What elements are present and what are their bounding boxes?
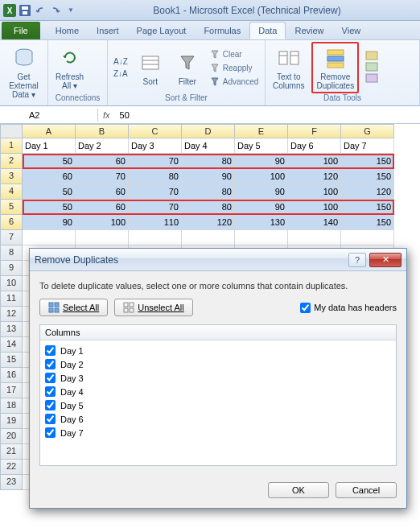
fx-label[interactable]: fx	[98, 110, 115, 120]
unselect-all-button[interactable]: Unselect All	[114, 299, 192, 316]
ok-button[interactable]: OK	[268, 482, 329, 498]
cell[interactable]: 70	[129, 154, 182, 169]
cell[interactable]	[129, 230, 182, 245]
cell[interactable]: 100	[288, 154, 341, 169]
row-header-21[interactable]: 21	[0, 444, 23, 460]
cell[interactable]: 70	[76, 169, 129, 184]
cell[interactable]: 80	[182, 200, 235, 215]
row-header-16[interactable]: 16	[0, 368, 23, 383]
redo-icon[interactable]	[49, 4, 62, 17]
headers-checkbox[interactable]	[300, 303, 311, 313]
column-item[interactable]: Day 7	[45, 426, 391, 439]
cell[interactable]: 150	[341, 169, 394, 184]
qat-dropdown-icon[interactable]: ▼	[64, 4, 77, 17]
cell[interactable]: 110	[129, 215, 182, 230]
cell[interactable]: 140	[288, 215, 341, 230]
remove-duplicates-button[interactable]: Remove Duplicates	[311, 42, 359, 93]
column-checkbox[interactable]	[45, 414, 56, 424]
row-header-18[interactable]: 18	[0, 398, 23, 414]
column-checkbox[interactable]	[45, 345, 56, 356]
cell-header[interactable]: Day 1	[23, 138, 76, 154]
undo-icon[interactable]	[34, 4, 47, 17]
row-header-17[interactable]: 17	[0, 383, 23, 398]
row-header-4[interactable]: 4	[0, 184, 23, 200]
cell[interactable]	[288, 230, 341, 245]
advanced-button[interactable]: Advanced	[208, 75, 260, 88]
dialog-titlebar[interactable]: Remove Duplicates ? ✕	[30, 249, 406, 271]
cell[interactable]: 50	[23, 154, 76, 169]
row-header-15[interactable]: 15	[0, 353, 23, 368]
row-header-10[interactable]: 10	[0, 276, 23, 291]
select-all-corner[interactable]	[0, 124, 23, 138]
tab-data[interactable]: Data	[249, 22, 286, 39]
cell[interactable]	[76, 230, 129, 245]
row-header-19[interactable]: 19	[0, 414, 23, 429]
column-checkbox[interactable]	[45, 386, 56, 397]
cell[interactable]: 80	[182, 154, 235, 169]
col-header-f[interactable]: F	[288, 124, 341, 138]
dialog-close-button[interactable]: ✕	[369, 253, 401, 267]
filter-button[interactable]: Filter	[171, 47, 204, 89]
column-checkbox[interactable]	[45, 359, 56, 369]
column-checkbox[interactable]	[45, 400, 56, 410]
cell[interactable]: 90	[23, 215, 76, 230]
cell[interactable]	[235, 230, 288, 245]
cell[interactable]: 100	[288, 184, 341, 200]
col-header-c[interactable]: C	[129, 124, 182, 138]
sort-ascending-button[interactable]: A↓Z	[111, 56, 130, 67]
cell[interactable]: 50	[23, 184, 76, 200]
cell[interactable]: 50	[23, 200, 76, 215]
cell[interactable]	[341, 230, 394, 245]
tab-home[interactable]: Home	[47, 22, 88, 39]
save-icon[interactable]	[19, 4, 31, 17]
cell[interactable]: 60	[23, 169, 76, 184]
row-header-6[interactable]: 6	[0, 215, 23, 230]
cell[interactable]: 80	[182, 184, 235, 200]
cell[interactable]: 60	[76, 200, 129, 215]
cell[interactable]: 120	[182, 215, 235, 230]
column-item[interactable]: Day 6	[45, 412, 391, 426]
cell[interactable]: 90	[235, 184, 288, 200]
cell[interactable]: 150	[341, 154, 394, 169]
cell-header[interactable]: Day 7	[341, 138, 394, 154]
column-checkbox[interactable]	[45, 373, 56, 383]
reapply-button[interactable]: Reapply	[208, 61, 260, 74]
row-header-22[interactable]: 22	[0, 460, 23, 475]
column-item[interactable]: Day 4	[45, 385, 391, 398]
row-header-9[interactable]: 9	[0, 261, 23, 276]
cell[interactable]: 90	[235, 154, 288, 169]
tab-insert[interactable]: Insert	[88, 22, 128, 39]
cell[interactable]: 130	[235, 215, 288, 230]
cell[interactable]: 100	[76, 215, 129, 230]
col-header-d[interactable]: D	[182, 124, 235, 138]
cell-header[interactable]: Day 2	[76, 138, 129, 154]
cell[interactable]: 100	[288, 200, 341, 215]
row-header-12[interactable]: 12	[0, 307, 23, 322]
column-checkbox[interactable]	[45, 427, 56, 438]
sort-button[interactable]: Sort	[134, 47, 167, 89]
row-header-13[interactable]: 13	[0, 322, 23, 337]
col-header-b[interactable]: B	[76, 124, 129, 138]
cell[interactable]: 120	[341, 184, 394, 200]
formula-input[interactable]: 50	[115, 109, 420, 122]
cell[interactable]: 120	[288, 169, 341, 184]
row-header-3[interactable]: 3	[0, 169, 23, 184]
tab-view[interactable]: View	[333, 22, 370, 39]
row-header-11[interactable]: 11	[0, 291, 23, 307]
refresh-all-button[interactable]: Refresh All ▾	[51, 43, 88, 93]
cell-header[interactable]: Day 5	[235, 138, 288, 154]
column-item[interactable]: Day 5	[45, 398, 391, 412]
cell-header[interactable]: Day 4	[182, 138, 235, 154]
cell[interactable]: 70	[129, 200, 182, 215]
tab-page-layout[interactable]: Page Layout	[128, 22, 196, 39]
name-box[interactable]: A2	[24, 109, 98, 122]
row-header-2[interactable]: 2	[0, 154, 23, 169]
cell[interactable]	[182, 230, 235, 245]
tab-file[interactable]: File	[2, 22, 40, 39]
col-header-a[interactable]: A	[23, 124, 76, 138]
row-header-1[interactable]: 1	[0, 138, 23, 154]
row-header-7[interactable]: 7	[0, 230, 23, 245]
row-header-20[interactable]: 20	[0, 429, 23, 444]
row-header-8[interactable]: 8	[0, 245, 23, 261]
clear-button[interactable]: Clear	[208, 47, 260, 60]
